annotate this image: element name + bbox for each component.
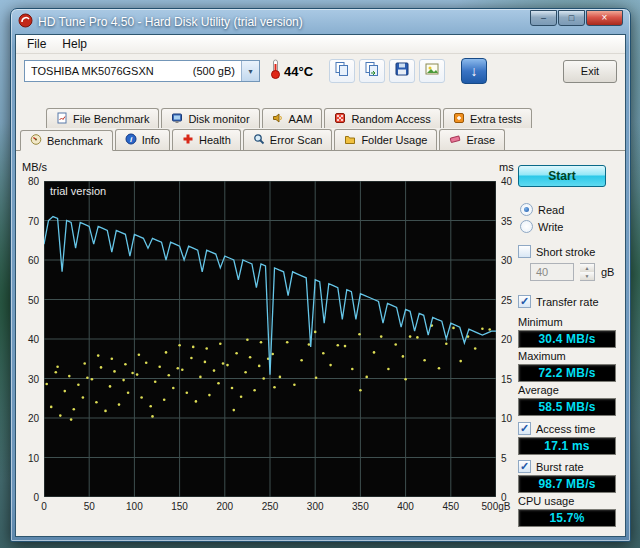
tab-health[interactable]: Health — [172, 129, 241, 150]
image-icon — [424, 61, 440, 81]
spin-up-button[interactable]: ▲ — [580, 264, 594, 272]
radio-unselected-icon — [520, 220, 533, 233]
drive-name: TOSHIBA MK5076GSXN — [31, 65, 154, 77]
tab-random-access[interactable]: Random Access — [324, 108, 440, 128]
burst-rate-label: Burst rate — [536, 461, 584, 473]
save-button[interactable] — [389, 59, 415, 83]
tab-label: Info — [142, 134, 160, 146]
extra-tests-icon — [453, 112, 465, 126]
y-left-tick: 30 — [28, 373, 39, 384]
y-left-tick: 10 — [28, 452, 39, 463]
access-time-checkbox[interactable]: ✓ Access time — [518, 422, 595, 435]
file-benchmark-icon — [56, 112, 68, 126]
tab-label: Extra tests — [470, 113, 522, 125]
y-left-ticks: 80706050403020100 — [16, 181, 42, 497]
read-radio-label: Read — [538, 204, 564, 216]
burst-rate-value: 98.7 MB/s — [518, 475, 616, 493]
drive-selector[interactable]: TOSHIBA MK5076GSXN (500 gB) ▾ — [24, 60, 260, 82]
maximum-value: 72.2 MB/s — [518, 364, 616, 382]
tab-error-scan[interactable]: Error Scan — [243, 129, 333, 150]
y-left-tick: 0 — [33, 492, 39, 503]
chevron-down-icon[interactable]: ▾ — [241, 61, 259, 81]
menu-help[interactable]: Help — [54, 36, 95, 52]
speaker-icon — [272, 112, 284, 126]
maximize-button[interactable]: □ — [558, 10, 585, 26]
tab-disk-monitor[interactable]: Disk monitor — [161, 108, 259, 128]
tab-row-primary: Benchmark i Info Health Error Scan Folde… — [16, 128, 625, 150]
tab-label: Folder Usage — [361, 134, 427, 146]
x-tick: 0 — [41, 501, 47, 512]
benchmark-plot: trial version — [44, 181, 496, 497]
disk-monitor-icon — [171, 112, 183, 126]
copy-button[interactable] — [329, 59, 355, 83]
tab-aam[interactable]: AAM — [262, 108, 323, 128]
down-arrow-icon: ↓ — [471, 63, 478, 79]
tab-label: AAM — [289, 113, 313, 125]
x-tick: 100 — [126, 501, 143, 512]
burst-rate-checkbox[interactable]: ✓ Burst rate — [518, 460, 584, 473]
x-tick: 150 — [171, 501, 188, 512]
read-radio[interactable]: Read — [520, 203, 564, 216]
transfer-rate-checkbox[interactable]: ✓ Transfer rate — [518, 295, 599, 308]
benchmark-panel: MB/s ms 80706050403020100 trial version … — [16, 150, 625, 535]
start-button[interactable]: Start — [518, 165, 606, 187]
y-left-tick: 80 — [28, 176, 39, 187]
x-tick: 200 — [216, 501, 233, 512]
dice-icon — [334, 112, 346, 126]
access-time-value: 17.1 ms — [518, 437, 616, 455]
hdtune-window: HD Tune Pro 4.50 - Hard Disk Utility (tr… — [10, 8, 631, 542]
tab-label: Random Access — [351, 113, 430, 125]
tab-row-secondary: File Benchmark Disk monitor AAM Random A… — [16, 108, 625, 128]
tab-erase[interactable]: Erase — [439, 129, 505, 150]
titlebar[interactable]: HD Tune Pro 4.50 - Hard Disk Utility (tr… — [15, 9, 626, 34]
thermometer-icon — [270, 59, 281, 83]
tab-folder-usage[interactable]: Folder Usage — [334, 129, 437, 150]
minimum-label: Minimum — [518, 316, 563, 328]
average-label: Average — [518, 384, 559, 396]
close-button[interactable]: × — [586, 10, 623, 26]
temperature-readout: 44°C — [284, 64, 313, 79]
svg-text:trial version: trial version — [50, 185, 106, 197]
x-ticks: 050100150200250300350400450500gB — [44, 501, 496, 514]
spin-down-button[interactable]: ▼ — [580, 272, 594, 280]
drive-capacity: (500 gB) — [193, 65, 235, 77]
access-time-label: Access time — [536, 423, 595, 435]
y-left-tick: 60 — [28, 255, 39, 266]
tab-benchmark[interactable]: Benchmark — [20, 130, 113, 151]
tab-file-benchmark[interactable]: File Benchmark — [46, 108, 159, 128]
y-left-tick: 50 — [28, 294, 39, 305]
exit-button[interactable]: Exit — [563, 60, 617, 83]
maximum-label: Maximum — [518, 350, 566, 362]
average-value: 58.5 MB/s — [518, 398, 616, 416]
menu-file[interactable]: File — [19, 36, 54, 52]
magnifier-icon — [253, 133, 265, 147]
x-tick: 450 — [442, 501, 459, 512]
copy-file-icon — [364, 61, 380, 81]
cpu-usage-label: CPU usage — [518, 495, 574, 507]
tab-info[interactable]: i Info — [115, 129, 170, 150]
window-title: HD Tune Pro 4.50 - Hard Disk Utility (tr… — [38, 15, 303, 29]
save-image-button[interactable] — [419, 59, 445, 83]
screenshot-button[interactable]: ↓ — [461, 58, 487, 84]
short-stroke-checkbox[interactable]: Short stroke — [518, 245, 595, 258]
gauge-icon — [30, 133, 42, 148]
copy-to-file-button[interactable] — [359, 59, 385, 83]
checkbox-checked-icon: ✓ — [518, 295, 531, 308]
short-stroke-value[interactable]: 40 — [530, 263, 574, 281]
short-stroke-unit-label: gB — [601, 266, 614, 278]
cpu-usage-value: 15.7% — [518, 509, 616, 527]
write-radio[interactable]: Write — [520, 220, 563, 233]
x-tick: 350 — [352, 501, 369, 512]
tab-label: Health — [199, 134, 231, 146]
health-cross-icon — [182, 133, 194, 147]
toolbar: TOSHIBA MK5076GSXN (500 gB) ▾ 44°C — [16, 54, 625, 88]
tab-extra-tests[interactable]: Extra tests — [443, 108, 532, 128]
minimize-button[interactable]: – — [530, 10, 557, 26]
checkbox-checked-icon: ✓ — [518, 422, 531, 435]
y-left-tick: 40 — [28, 334, 39, 345]
minimum-value: 30.4 MB/s — [518, 330, 616, 348]
benchmark-controls: Start Read Write Short stroke 40 ▲ — [504, 151, 624, 536]
transfer-rate-label: Transfer rate — [536, 296, 599, 308]
radio-selected-icon — [520, 203, 533, 216]
info-icon: i — [125, 133, 137, 147]
